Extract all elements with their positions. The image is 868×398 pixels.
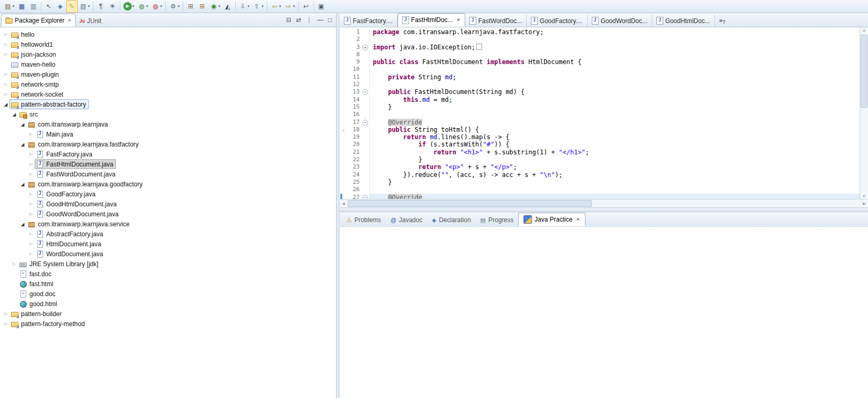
tree-item-src[interactable]: ◢src	[0, 109, 336, 119]
tree-item-network-socket[interactable]: ▷network-socket	[0, 89, 336, 99]
whitespace-button[interactable]: ¶	[95, 0, 107, 13]
code-line-25[interactable]: 25 }	[340, 179, 860, 186]
fold-collapse-icon[interactable]: −	[362, 195, 368, 199]
tree-collapsed-arrow[interactable]: ▷	[2, 321, 9, 326]
tree-item-com-itranswarp-learnjava-fastfactory[interactable]: ◢com.itranswarp.learnjava.fastfactory	[0, 139, 336, 149]
bottom-tab-problems[interactable]: ⚠Problems	[342, 214, 386, 226]
fold-collapse-icon[interactable]: −	[362, 120, 368, 125]
tree-expanded-arrow[interactable]: ◢	[2, 102, 9, 107]
bottom-tab-declaration[interactable]: ◈Declaration	[427, 214, 475, 226]
tree-item-maven-hello[interactable]: maven-hello	[0, 59, 336, 69]
code-line-20[interactable]: 20 if (s.startsWith("#")) {	[340, 141, 860, 148]
tree-item-pattern-abstract-factory[interactable]: ◢pattern-abstract-factory	[0, 99, 336, 109]
code-line-21[interactable]: 21 return "<h1>" + s.substring(1) + "</h…	[340, 149, 860, 156]
scroll-down-icon[interactable]: ▼	[860, 194, 868, 198]
tree-collapsed-arrow[interactable]: ▷	[27, 202, 35, 206]
code-line-26[interactable]: 26	[340, 186, 860, 193]
external-tools-button[interactable]: ⚙▾	[168, 0, 182, 13]
tree-collapsed-arrow[interactable]: ▷	[2, 92, 9, 97]
back-button[interactable]: ⇦▾	[269, 0, 283, 13]
tree-item-fast-html[interactable]: fast.html	[0, 279, 336, 289]
tree-item-jre-system-library-jdk[interactable]: ▷JRE System Library [jdk]	[0, 259, 336, 269]
highlighter-button[interactable]: ✎	[66, 0, 78, 13]
tree-item-pattern-factory-method[interactable]: ▷pattern-factory-method	[0, 319, 336, 329]
scroll-left-icon[interactable]: ◀	[340, 200, 347, 207]
tab-package-explorer[interactable]: Package Explorer ✕	[1, 14, 76, 27]
editor-tab-fastfactory[interactable]: JFastFactory....	[340, 15, 398, 27]
close-view-icon[interactable]: ✕	[68, 18, 72, 23]
save-button[interactable]: ▦	[16, 0, 28, 13]
plugin-spy-button[interactable]: ◈	[55, 0, 66, 13]
tree-collapsed-arrow[interactable]: ▷	[2, 311, 9, 316]
code-line-19[interactable]: 19 return md.lines().map(s -> {	[340, 133, 860, 141]
maximize-view-icon[interactable]: □	[328, 16, 332, 24]
prev-annotation-button[interactable]: ⇧▾	[251, 0, 265, 13]
tree-item-fastworddocument-java[interactable]: ▷FastWordDocument.java	[0, 169, 336, 179]
tree-item-com-itranswarp-learnjava-goodfactory[interactable]: ◢com.itranswarp.learnjava.goodfactory	[0, 179, 336, 189]
tree-collapsed-arrow[interactable]: ▷	[27, 172, 35, 176]
scroll-up-icon[interactable]: ▲	[860, 28, 868, 32]
new-class-button[interactable]: ◉▾	[208, 0, 222, 13]
trace-button[interactable]: ✳	[107, 0, 118, 13]
new-java-project-button[interactable]: ⊞	[185, 0, 196, 13]
tree-collapsed-arrow[interactable]: ▷	[27, 162, 35, 166]
bottom-tab-progress[interactable]: ▤Progress	[476, 214, 518, 226]
profile-button[interactable]: ◍▾	[150, 0, 164, 13]
tree-collapsed-arrow[interactable]: ▷	[2, 32, 9, 37]
fold-expand-icon[interactable]: +	[362, 45, 368, 50]
bottom-tab-javadoc[interactable]: @Javadoc	[386, 214, 427, 226]
tree-item-goodworddocument-java[interactable]: ▷GoodWordDocument.java	[0, 209, 336, 219]
code-line-13[interactable]: 13− public FastHtmlDocument(String md) {	[340, 88, 860, 96]
code-line-12[interactable]: 12	[340, 81, 860, 88]
tree-item-worddocument-java[interactable]: ▷WordDocument.java	[0, 249, 336, 259]
tree-item-fast-doc[interactable]: fast.doc	[0, 269, 336, 279]
code-line-23[interactable]: 23 return "<p>" + s + "</p>";	[340, 163, 860, 171]
minimize-view-icon[interactable]: —	[317, 16, 323, 24]
tree-expanded-arrow[interactable]: ◢	[11, 112, 18, 117]
code-line-16[interactable]: 16	[340, 111, 860, 118]
next-annotation-button[interactable]: ⇩▾	[237, 0, 252, 13]
search-button[interactable]: ◭	[222, 0, 234, 13]
tree-item-good-doc[interactable]: good.doc	[0, 289, 336, 299]
run-button[interactable]: ▶▾	[122, 0, 136, 13]
tree-item-helloworld1[interactable]: ▷helloworld1	[0, 39, 336, 49]
vertical-scrollbar[interactable]: ▲ ▼	[860, 27, 868, 199]
scroll-right-icon[interactable]: ▶	[861, 200, 868, 207]
horizontal-scrollbar[interactable]: ◀ ▶	[340, 199, 868, 207]
tree-item-network-smtp[interactable]: ▷network-smtp	[0, 79, 336, 89]
collapse-all-icon[interactable]: ⊟	[286, 16, 291, 24]
tree-item-goodfactory-java[interactable]: ▷GoodFactory.java	[0, 189, 336, 199]
select-tool-button[interactable]: ↖	[43, 0, 55, 13]
code-line-14[interactable]: 14 this.md = md;	[340, 96, 860, 103]
code-line-9[interactable]: 9public class FastHtmlDocument implement…	[340, 58, 860, 66]
editor-tab-goodhtmldoc[interactable]: JGoodHtmlDoc...	[652, 15, 715, 27]
tree-collapsed-arrow[interactable]: ▷	[2, 72, 9, 77]
code-line-17[interactable]: 17− @Override	[340, 119, 860, 126]
folded-region-icon[interactable]	[476, 44, 482, 50]
code-area[interactable]: 1package com.itranswarp.learnjava.fastfa…	[340, 27, 860, 199]
tree-item-good-html[interactable]: good.html	[0, 299, 336, 309]
vertical-scroll-thumb[interactable]	[861, 35, 867, 108]
editor-tab-goodfactory[interactable]: JGoodFactory....	[527, 15, 588, 27]
code-line-1[interactable]: 1package com.itranswarp.learnjava.fastfa…	[340, 28, 860, 36]
horizontal-sash[interactable]	[340, 207, 868, 212]
tree-expanded-arrow[interactable]: ◢	[19, 182, 26, 187]
forward-button[interactable]: ⇨▾	[283, 0, 297, 13]
tree-item-fastfactory-java[interactable]: ▷FastFactory.java	[0, 149, 336, 159]
tree-expanded-arrow[interactable]: ◢	[19, 142, 26, 147]
tree-collapsed-arrow[interactable]: ▷	[27, 212, 35, 216]
link-with-editor-icon[interactable]: ⇄	[296, 16, 301, 24]
code-line-3[interactable]: 3+import java.io.IOException;	[340, 44, 860, 51]
tree-collapsed-arrow[interactable]: ▷	[27, 252, 35, 256]
tree-item-abstractfactory-java[interactable]: ▷AbstractFactory.java	[0, 229, 336, 239]
tree-collapsed-arrow[interactable]: ▷	[27, 152, 35, 156]
close-tab-icon[interactable]: ✕	[456, 17, 461, 23]
tree-item-com-itranswarp-learnjava[interactable]: ◢com.itranswarp.learnjava	[0, 119, 336, 129]
tree-item-pattern-builder[interactable]: ▷pattern-builder	[0, 309, 336, 319]
new-package-button[interactable]: ⊞	[196, 0, 208, 13]
code-line-27[interactable]: 27− @Override	[340, 194, 860, 199]
horizontal-scroll-thumb[interactable]	[348, 200, 592, 207]
code-line-8[interactable]: 8	[340, 51, 860, 58]
tree-collapsed-arrow[interactable]: ▷	[2, 52, 9, 57]
coverage-button[interactable]: ◍▾	[136, 0, 150, 13]
